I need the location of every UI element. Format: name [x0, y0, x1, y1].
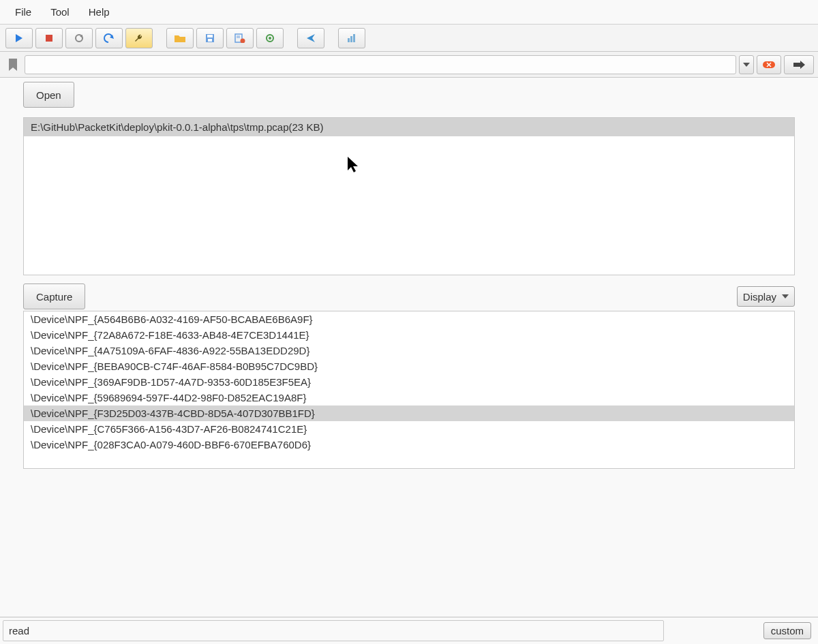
menubar: File Tool Help — [0, 0, 818, 25]
close-file-button[interactable] — [226, 28, 254, 48]
undo-button[interactable] — [95, 28, 123, 48]
bookmark-button[interactable] — [4, 55, 22, 74]
play-icon — [14, 33, 24, 43]
restart-icon — [74, 33, 85, 44]
device-list[interactable]: \Device\NPF_{A564B6B6-A032-4169-AF50-BCA… — [23, 311, 795, 469]
folder-icon — [174, 33, 186, 43]
menu-file[interactable]: File — [5, 3, 41, 20]
svg-point-11 — [241, 38, 245, 43]
stop-button[interactable] — [35, 28, 63, 48]
chevron-down-icon — [782, 294, 789, 299]
clear-icon — [761, 60, 776, 70]
chevron-down-icon — [743, 62, 750, 67]
clear-filter-button[interactable] — [757, 55, 781, 74]
recent-file-row[interactable]: E:\GitHub\PacketKit\deploy\pkit-0.0.1-al… — [24, 118, 794, 136]
device-row[interactable]: \Device\NPF_{72A8A672-F18E-4633-AB48-4E7… — [24, 327, 794, 343]
svg-marker-0 — [16, 34, 22, 42]
open-button[interactable]: Open — [23, 82, 74, 108]
svg-rect-6 — [207, 35, 213, 37]
open-file-button[interactable] — [166, 28, 194, 48]
svg-marker-22 — [793, 61, 805, 69]
device-row[interactable]: \Device\NPF_{F3D25D03-437B-4CBD-8D5A-407… — [24, 405, 794, 421]
device-row[interactable]: \Device\NPF_{369AF9DB-1D57-4A7D-9353-60D… — [24, 374, 794, 390]
options-button[interactable] — [125, 28, 153, 48]
start-button[interactable] — [5, 28, 33, 48]
chart-icon — [346, 33, 357, 43]
wrench-icon — [134, 33, 145, 44]
display-dropdown-label: Display — [743, 291, 776, 303]
device-row[interactable]: \Device\NPF_{4A75109A-6FAF-4836-A922-55B… — [24, 343, 794, 358]
status-text: read — [3, 620, 664, 641]
reload-icon — [264, 33, 275, 44]
svg-marker-23 — [782, 294, 789, 298]
capture-button[interactable]: Capture — [23, 283, 85, 309]
svg-rect-7 — [208, 39, 212, 42]
device-row[interactable]: \Device\NPF_{BEBA90CB-C74F-46AF-8584-B0B… — [24, 358, 794, 374]
svg-marker-18 — [743, 63, 750, 67]
svg-rect-16 — [350, 36, 352, 42]
device-row[interactable]: \Device\NPF_{C765F366-A156-43D7-AF26-B08… — [24, 421, 794, 437]
svg-rect-1 — [46, 35, 52, 42]
stop-icon — [45, 34, 53, 42]
filter-input[interactable] — [25, 55, 736, 74]
filter-bar — [0, 52, 818, 78]
close-file-icon — [234, 33, 245, 43]
svg-point-13 — [269, 37, 271, 40]
stats-button[interactable] — [338, 28, 365, 48]
svg-marker-14 — [307, 34, 315, 42]
menu-tool[interactable]: Tool — [41, 3, 79, 20]
restart-button[interactable] — [65, 28, 93, 48]
main-content: Open E:\GitHub\PacketKit\deploy\pkit-0.0… — [0, 78, 818, 617]
reload-button[interactable] — [256, 28, 284, 48]
device-row[interactable]: \Device\NPF_{59689694-597F-44D2-98F0-D85… — [24, 390, 794, 405]
save-button[interactable] — [196, 28, 224, 48]
filter-dropdown-button[interactable] — [739, 55, 754, 74]
bookmark-icon — [7, 58, 18, 72]
display-dropdown[interactable]: Display — [737, 286, 795, 307]
apply-filter-button[interactable] — [784, 55, 814, 74]
arrow-right-icon — [792, 60, 806, 70]
recent-files-list[interactable]: E:\GitHub\PacketKit\deploy\pkit-0.0.1-al… — [23, 117, 795, 275]
toolbar — [0, 25, 818, 52]
device-row[interactable]: \Device\NPF_{A564B6B6-A032-4169-AF50-BCA… — [24, 311, 794, 327]
device-row[interactable]: \Device\NPF_{028F3CA0-A079-460D-BBF6-670… — [24, 437, 794, 453]
send-button[interactable] — [297, 28, 324, 48]
menu-help[interactable]: Help — [79, 3, 119, 20]
svg-rect-15 — [348, 38, 350, 42]
send-icon — [305, 33, 316, 44]
undo-icon — [103, 33, 115, 43]
svg-rect-17 — [353, 34, 355, 42]
custom-button[interactable]: custom — [763, 622, 811, 639]
save-icon — [205, 33, 215, 43]
status-bar: read custom — [0, 617, 818, 644]
